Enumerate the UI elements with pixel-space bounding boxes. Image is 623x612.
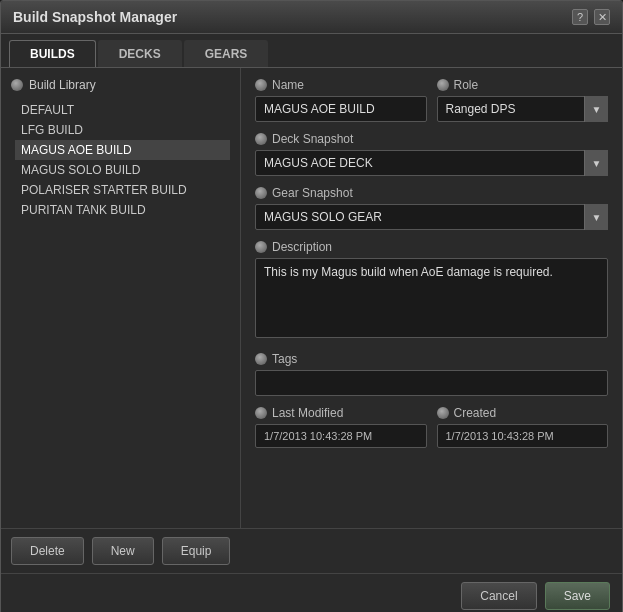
bullet-icon [255, 407, 267, 419]
title-buttons: ? ✕ [572, 9, 610, 25]
title-bar: Build Snapshot Manager ? ✕ [1, 1, 622, 34]
delete-button[interactable]: Delete [11, 537, 84, 565]
build-list: DEFAULT LFG BUILD MAGUS AOE BUILD MAGUS … [11, 100, 230, 220]
tab-gears[interactable]: GEARS [184, 40, 269, 67]
left-panel: Build Library DEFAULT LFG BUILD MAGUS AO… [1, 68, 241, 528]
gear-snapshot-label: Gear Snapshot [272, 186, 353, 200]
close-button[interactable]: ✕ [594, 9, 610, 25]
name-role-row: Name Role Ranged DPS Melee DPS Tank [255, 78, 608, 122]
description-label: Description [272, 240, 332, 254]
created-group: Created 1/7/2013 10:43:28 PM [437, 406, 609, 448]
panel-header: Build Library [11, 78, 230, 92]
deck-snapshot-select[interactable]: MAGUS AOE DECK [255, 150, 608, 176]
list-item[interactable]: LFG BUILD [15, 120, 230, 140]
role-select-wrapper: Ranged DPS Melee DPS Tank Healer ▼ [437, 96, 609, 122]
bullet-icon [255, 241, 267, 253]
timestamps-row: Last Modified 1/7/2013 10:43:28 PM Creat… [255, 406, 608, 448]
deck-snapshot-row: Deck Snapshot MAGUS AOE DECK ▼ [255, 132, 608, 176]
bullet-icon [11, 79, 23, 91]
equip-button[interactable]: Equip [162, 537, 231, 565]
deck-snapshot-select-wrapper: MAGUS AOE DECK ▼ [255, 150, 608, 176]
list-item[interactable]: PURITAN TANK BUILD [15, 200, 230, 220]
last-modified-group: Last Modified 1/7/2013 10:43:28 PM [255, 406, 427, 448]
content-area: Build Library DEFAULT LFG BUILD MAGUS AO… [1, 68, 622, 528]
gear-snapshot-select[interactable]: MAGUS SOLO GEAR [255, 204, 608, 230]
dialog: Build Snapshot Manager ? ✕ BUILDS DECKS … [0, 0, 623, 612]
gear-snapshot-row: Gear Snapshot MAGUS SOLO GEAR ▼ [255, 186, 608, 230]
deck-snapshot-label: Deck Snapshot [272, 132, 353, 146]
tags-input[interactable] [255, 370, 608, 396]
cancel-button[interactable]: Cancel [461, 582, 536, 610]
bullet-icon [255, 133, 267, 145]
new-button[interactable]: New [92, 537, 154, 565]
tags-label: Tags [272, 352, 297, 366]
list-item[interactable]: DEFAULT [15, 100, 230, 120]
save-button[interactable]: Save [545, 582, 610, 610]
list-item[interactable]: POLARISER STARTER BUILD [15, 180, 230, 200]
name-group: Name [255, 78, 427, 122]
tabs-row: BUILDS DECKS GEARS [1, 34, 622, 68]
bullet-icon [437, 407, 449, 419]
tags-row: Tags [255, 352, 608, 396]
created-label: Created [454, 406, 497, 420]
footer: Cancel Save [1, 573, 622, 612]
tab-decks[interactable]: DECKS [98, 40, 182, 67]
right-panel: Name Role Ranged DPS Melee DPS Tank [241, 68, 622, 528]
name-label: Name [272, 78, 304, 92]
last-modified-value: 1/7/2013 10:43:28 PM [255, 424, 427, 448]
bullet-icon [255, 79, 267, 91]
spacer [230, 537, 612, 565]
name-input[interactable] [255, 96, 427, 122]
dialog-title: Build Snapshot Manager [13, 9, 177, 25]
help-button[interactable]: ? [572, 9, 588, 25]
description-row: Description This is my Magus build when … [255, 240, 608, 342]
panel-label: Build Library [29, 78, 96, 92]
bullet-icon [255, 187, 267, 199]
list-item[interactable]: MAGUS AOE BUILD [15, 140, 230, 160]
tab-builds[interactable]: BUILDS [9, 40, 96, 67]
list-item[interactable]: MAGUS SOLO BUILD [15, 160, 230, 180]
role-label: Role [454, 78, 479, 92]
role-group: Role Ranged DPS Melee DPS Tank Healer ▼ [437, 78, 609, 122]
bullet-icon [437, 79, 449, 91]
bullet-icon [255, 353, 267, 365]
action-buttons-left: Delete New Equip [11, 537, 230, 565]
description-textarea[interactable]: This is my Magus build when AoE damage i… [255, 258, 608, 338]
role-select[interactable]: Ranged DPS Melee DPS Tank Healer [437, 96, 609, 122]
created-value: 1/7/2013 10:43:28 PM [437, 424, 609, 448]
last-modified-label: Last Modified [272, 406, 343, 420]
gear-snapshot-select-wrapper: MAGUS SOLO GEAR ▼ [255, 204, 608, 230]
footer-right-buttons: Cancel Save [461, 582, 610, 610]
